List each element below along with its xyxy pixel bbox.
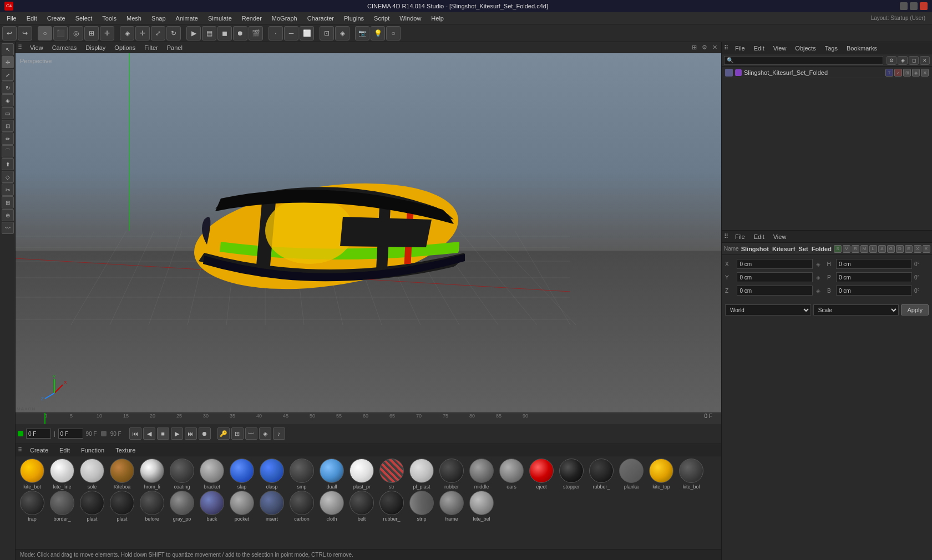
mat-item-middle-15[interactable]: middle xyxy=(467,459,496,490)
mat-item-before-27[interactable]: before xyxy=(138,491,166,522)
points-mode[interactable]: · xyxy=(269,26,283,40)
mat-item-gray_po-28[interactable]: gray_po xyxy=(168,491,196,522)
attr-icon-7[interactable]: G xyxy=(887,245,895,253)
vp-menu-filter[interactable]: Filter xyxy=(141,44,161,52)
tl-play-stop[interactable]: ■ xyxy=(157,427,169,440)
tool-loop-select[interactable]: ⊡ xyxy=(2,120,14,132)
menu-simulate[interactable]: Simulate xyxy=(204,14,236,23)
menu-snap[interactable]: Snap xyxy=(147,14,170,23)
mat-item-duall-10[interactable]: duall xyxy=(317,459,346,490)
mat-item-insert-31[interactable]: insert xyxy=(257,491,286,522)
mat-item-pocket-30[interactable]: pocket xyxy=(227,491,256,522)
obj-menu-bookmarks[interactable]: Bookmarks xyxy=(843,44,880,53)
mat-item-clasp-8[interactable]: clasp xyxy=(257,459,286,490)
tool-move[interactable]: ✛ xyxy=(2,56,14,68)
attr-menu-view[interactable]: View xyxy=(770,232,790,241)
vp-menu-view[interactable]: View xyxy=(27,44,47,52)
menu-window[interactable]: Window xyxy=(395,14,426,23)
mat-item-smp-9[interactable]: smp xyxy=(287,459,316,490)
mat-item-kite_bot-0[interactable]: kite_bot xyxy=(18,459,47,490)
vp-icon-settings[interactable]: ⚙ xyxy=(700,43,709,52)
attr-x-pos[interactable] xyxy=(737,259,813,269)
apply-button[interactable]: Apply xyxy=(901,304,929,315)
menu-character[interactable]: Character xyxy=(303,14,338,23)
scale-tool[interactable]: ⤢ xyxy=(151,26,165,40)
mat-item-kite_bol-22[interactable]: kite_bol xyxy=(677,459,706,490)
mode-anim[interactable]: ◎ xyxy=(69,26,83,40)
attr-z-pos[interactable] xyxy=(737,286,813,296)
obj-menu-file[interactable]: File xyxy=(732,44,748,53)
attr-icon-5[interactable]: L xyxy=(869,245,877,253)
tl-curve[interactable]: 〰 xyxy=(245,427,257,440)
render-region-button[interactable]: ▤ xyxy=(202,26,216,40)
tool-rect-select[interactable]: ▭ xyxy=(2,107,14,119)
mat-item-trap-23[interactable]: trap xyxy=(18,491,47,522)
mat-item-slap-7[interactable]: slap xyxy=(227,459,256,490)
tl-auto-key[interactable]: 🔑 xyxy=(217,427,230,440)
menu-help[interactable]: Help xyxy=(427,14,448,23)
menu-animate[interactable]: Animate xyxy=(171,14,202,23)
obj-tag-2[interactable]: ✓ xyxy=(894,69,902,77)
maximize-button[interactable] xyxy=(910,2,918,10)
attr-p-val[interactable] xyxy=(836,272,912,282)
obj-tool-3[interactable]: ◻ xyxy=(909,56,919,65)
vp-menu-options[interactable]: Options xyxy=(111,44,139,52)
mat-item-back-29[interactable]: back xyxy=(197,491,226,522)
mat-item-ears-16[interactable]: ears xyxy=(497,459,526,490)
redo-button[interactable]: ↪ xyxy=(18,26,32,40)
attr-b-val[interactable] xyxy=(836,286,912,296)
mat-item-rubber_-35[interactable]: rubber_ xyxy=(377,491,406,522)
menu-create[interactable]: Create xyxy=(43,14,70,23)
attr-icon-6[interactable]: A xyxy=(878,245,886,253)
tool-live-select[interactable]: ◈ xyxy=(2,94,14,106)
mat-menu-create[interactable]: Create xyxy=(26,446,53,455)
menu-file[interactable]: File xyxy=(2,14,21,23)
attr-icon-4[interactable]: M xyxy=(860,245,868,253)
menu-select[interactable]: Select xyxy=(71,14,97,23)
mat-item-eject-17[interactable]: eject xyxy=(527,459,556,490)
rotate-tool[interactable]: ↻ xyxy=(166,26,181,40)
tl-record[interactable]: ⏺ xyxy=(199,427,211,440)
obj-menu-tags[interactable]: Tags xyxy=(822,44,841,53)
light-button[interactable]: 💡 xyxy=(371,26,385,40)
snap-button[interactable]: ⊡ xyxy=(320,26,334,40)
viewport-3d[interactable]: Perspective X Y Z MAXON xyxy=(16,53,721,413)
attr-icon-2[interactable]: V xyxy=(843,245,850,253)
obj-menu-edit[interactable]: Edit xyxy=(751,44,768,53)
close-button[interactable] xyxy=(920,2,928,10)
attr-y-pos[interactable] xyxy=(737,272,813,282)
obj-tool-1[interactable]: ⚙ xyxy=(887,56,896,65)
menu-render[interactable]: Render xyxy=(237,14,266,23)
undo-button[interactable]: ↩ xyxy=(2,26,17,40)
menu-mesh[interactable]: Mesh xyxy=(122,14,146,23)
tl-last-frame[interactable]: ⏭ xyxy=(185,427,197,440)
mat-item-str-12[interactable]: str xyxy=(377,459,406,490)
obj-tag-3[interactable]: ⊞ xyxy=(903,69,911,77)
render-small[interactable]: ▶ xyxy=(186,26,201,40)
attr-icon-9[interactable]: E xyxy=(905,245,913,253)
vp-icon-close[interactable]: ✕ xyxy=(711,43,719,52)
mat-item-plast-25[interactable]: plast xyxy=(78,491,107,522)
tool-spline[interactable]: ⌒ xyxy=(2,145,14,157)
mat-item-bracket-6[interactable]: bracket xyxy=(197,459,226,490)
edges-mode[interactable]: ─ xyxy=(284,26,298,40)
obj-menu-objects[interactable]: Objects xyxy=(792,44,819,53)
mat-item-border_-24[interactable]: border_ xyxy=(48,491,77,522)
attr-icon-3[interactable]: R xyxy=(852,245,859,253)
mat-menu-edit[interactable]: Edit xyxy=(55,446,74,455)
mat-menu-texture[interactable]: Texture xyxy=(111,446,140,455)
tl-next-frame[interactable]: ▶ xyxy=(171,427,183,440)
menu-plugins[interactable]: Plugins xyxy=(340,14,368,23)
tool-extrude[interactable]: ⬆ xyxy=(2,158,14,170)
current-frame-input[interactable] xyxy=(26,429,51,439)
menu-edit[interactable]: Edit xyxy=(22,14,42,23)
tool-bridge[interactable]: ⊞ xyxy=(2,196,14,208)
attr-menu-edit[interactable]: Edit xyxy=(751,232,768,241)
vp-menu-cameras[interactable]: Cameras xyxy=(49,44,80,52)
mat-item-sole-2[interactable]: sole xyxy=(78,459,107,490)
attr-icon-8[interactable]: D xyxy=(896,245,904,253)
minimize-button[interactable] xyxy=(900,2,908,10)
mat-item-kite_top-21[interactable]: kite_top xyxy=(647,459,676,490)
camera-button[interactable]: 📷 xyxy=(355,26,369,40)
attr-scale-dropdown[interactable]: Scale xyxy=(813,304,899,315)
